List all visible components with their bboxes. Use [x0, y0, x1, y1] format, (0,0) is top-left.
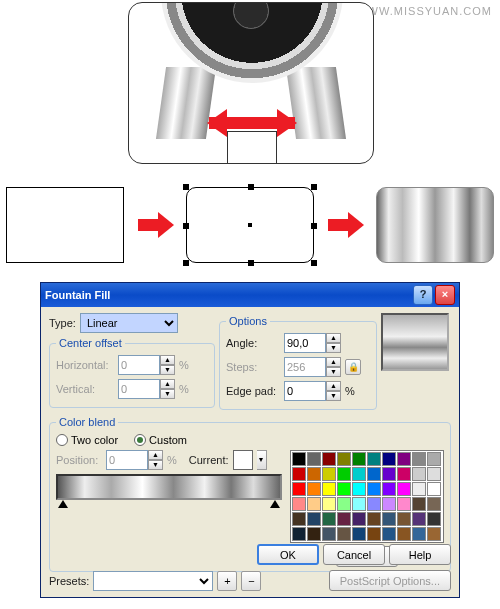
color-swatch[interactable] — [367, 482, 381, 496]
color-swatch[interactable] — [322, 452, 336, 466]
edgepad-spinner[interactable]: ▲▼ — [284, 381, 341, 401]
color-swatch[interactable] — [352, 452, 366, 466]
color-swatch[interactable] — [367, 467, 381, 481]
color-swatch[interactable] — [382, 497, 396, 511]
color-swatch[interactable] — [412, 452, 426, 466]
selection-handle[interactable] — [311, 184, 317, 190]
color-swatch[interactable] — [292, 497, 306, 511]
selection-handle[interactable] — [183, 184, 189, 190]
close-button[interactable]: × — [435, 285, 455, 305]
color-swatch[interactable] — [382, 527, 396, 541]
gradient-marker[interactable] — [270, 495, 280, 508]
color-swatch[interactable] — [322, 512, 336, 526]
color-swatch[interactable] — [337, 512, 351, 526]
color-swatch[interactable] — [397, 452, 411, 466]
color-swatch[interactable] — [337, 452, 351, 466]
color-swatch[interactable] — [427, 497, 441, 511]
color-swatch[interactable] — [292, 467, 306, 481]
spin-down-icon[interactable]: ▼ — [326, 343, 341, 353]
help-button[interactable]: ? — [413, 285, 433, 305]
lock-icon[interactable]: 🔒 — [345, 359, 361, 375]
selection-handle[interactable] — [183, 260, 189, 266]
color-swatch[interactable] — [352, 512, 366, 526]
position-spinner[interactable]: ▲▼ — [106, 450, 163, 470]
color-swatch[interactable] — [427, 527, 441, 541]
color-swatch[interactable] — [337, 467, 351, 481]
cancel-button[interactable]: Cancel — [323, 544, 385, 565]
color-swatch[interactable] — [337, 527, 351, 541]
color-swatch[interactable] — [322, 467, 336, 481]
spin-down-icon[interactable]: ▼ — [160, 365, 175, 375]
color-swatch[interactable] — [307, 512, 321, 526]
spin-down-icon[interactable]: ▼ — [160, 389, 175, 399]
color-swatch[interactable] — [352, 482, 366, 496]
step-rect-selected[interactable] — [186, 187, 314, 263]
color-swatch[interactable] — [397, 497, 411, 511]
color-swatch[interactable] — [322, 482, 336, 496]
color-swatch[interactable] — [307, 482, 321, 496]
spin-up-icon[interactable]: ▲ — [326, 333, 341, 343]
presets-select[interactable] — [93, 571, 213, 591]
custom-radio[interactable]: Custom — [134, 434, 187, 446]
color-swatch[interactable] — [397, 527, 411, 541]
spin-up-icon[interactable]: ▲ — [148, 450, 163, 460]
color-swatch[interactable] — [292, 527, 306, 541]
color-swatch[interactable] — [307, 452, 321, 466]
color-swatch[interactable] — [337, 497, 351, 511]
position-input[interactable] — [106, 450, 148, 470]
vertical-spinner[interactable]: ▲▼ — [118, 379, 175, 399]
color-swatches[interactable] — [290, 450, 444, 543]
help-button[interactable]: Help — [389, 544, 451, 565]
color-swatch[interactable] — [397, 482, 411, 496]
spin-up-icon[interactable]: ▲ — [160, 355, 175, 365]
angle-input[interactable] — [284, 333, 326, 353]
color-swatch[interactable] — [322, 527, 336, 541]
color-swatch[interactable] — [412, 467, 426, 481]
color-swatch[interactable] — [307, 497, 321, 511]
selection-handle[interactable] — [248, 260, 254, 266]
color-swatch[interactable] — [292, 512, 306, 526]
color-swatch[interactable] — [307, 527, 321, 541]
color-swatch[interactable] — [427, 452, 441, 466]
color-swatch[interactable] — [367, 527, 381, 541]
type-select[interactable]: Linear — [80, 313, 178, 333]
spin-down-icon[interactable]: ▼ — [148, 460, 163, 470]
steps-spinner[interactable]: ▲▼ — [284, 357, 341, 377]
color-swatch[interactable] — [427, 482, 441, 496]
remove-preset-button[interactable]: − — [241, 571, 261, 591]
spin-up-icon[interactable]: ▲ — [160, 379, 175, 389]
gradient-bar[interactable] — [56, 474, 282, 500]
spin-down-icon[interactable]: ▼ — [326, 367, 341, 377]
spin-up-icon[interactable]: ▲ — [326, 381, 341, 391]
color-swatch[interactable] — [427, 467, 441, 481]
edgepad-input[interactable] — [284, 381, 326, 401]
color-swatch[interactable] — [427, 512, 441, 526]
color-swatch[interactable] — [352, 467, 366, 481]
current-color-swatch[interactable] — [233, 450, 253, 470]
color-swatch[interactable] — [292, 452, 306, 466]
postscript-button[interactable]: PostScript Options... — [329, 570, 451, 591]
color-swatch[interactable] — [307, 467, 321, 481]
dialog-titlebar[interactable]: Fountain Fill ? × — [41, 283, 459, 307]
dropdown-icon[interactable]: ▼ — [257, 450, 267, 470]
color-swatch[interactable] — [292, 482, 306, 496]
vertical-input[interactable] — [118, 379, 160, 399]
color-swatch[interactable] — [412, 527, 426, 541]
color-swatch[interactable] — [412, 497, 426, 511]
ok-button[interactable]: OK — [257, 544, 319, 565]
color-swatch[interactable] — [352, 497, 366, 511]
color-swatch[interactable] — [412, 482, 426, 496]
color-swatch[interactable] — [352, 527, 366, 541]
color-swatch[interactable] — [367, 452, 381, 466]
color-swatch[interactable] — [367, 497, 381, 511]
color-swatch[interactable] — [367, 512, 381, 526]
color-swatch[interactable] — [382, 512, 396, 526]
two-color-radio[interactable]: Two color — [56, 434, 118, 446]
selection-handle[interactable] — [311, 260, 317, 266]
color-swatch[interactable] — [382, 482, 396, 496]
color-swatch[interactable] — [322, 497, 336, 511]
color-swatch[interactable] — [397, 512, 411, 526]
horizontal-input[interactable] — [118, 355, 160, 375]
angle-spinner[interactable]: ▲▼ — [284, 333, 341, 353]
selection-handle[interactable] — [183, 223, 189, 229]
